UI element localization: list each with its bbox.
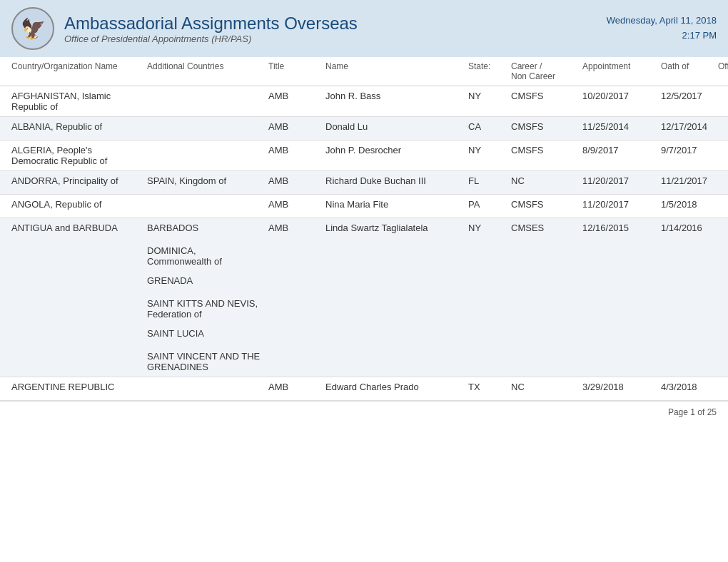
table-row: ALGERIA, People's Democratic Republic of… (0, 140, 728, 170)
table-cell: NY (468, 145, 511, 155)
col-office: Office (718, 61, 728, 81)
page-header: 🦅 Ambassadorial Assignments Overseas Off… (0, 0, 728, 57)
date-text: Wednesday, April 11, 2018 (607, 14, 717, 29)
col-country: Country/Organization Name (11, 61, 147, 81)
table-cell: 10/20/2017 (582, 91, 661, 101)
table-cell: GRENADA (147, 275, 268, 286)
row-group: ALBANIA, Republic ofAMBDonald LuCACMSFS1… (0, 117, 728, 140)
col-title: Title (268, 61, 325, 81)
row-group: AFGHANISTAN, Islamic Republic ofAMBJohn … (0, 86, 728, 117)
table-cell: Nina Maria Fite (325, 199, 468, 210)
table-body: AFGHANISTAN, Islamic Republic ofAMBJohn … (0, 86, 728, 401)
table-cell: 4/3/2018 (661, 382, 718, 392)
table-cell: 11/21/2017 (661, 175, 718, 186)
table-cell: TX (468, 382, 511, 392)
table-row: SAINT KITTS AND NEVIS, Federation of (0, 294, 728, 324)
table-row: SAINT LUCIA (0, 324, 728, 347)
table-cell: ALGERIA, People's Democratic Republic of (11, 145, 147, 166)
col-oath: Oath of (661, 61, 718, 81)
table-cell: 11/20/2017 (582, 175, 661, 186)
col-career: Career /Non Career (511, 61, 582, 81)
table-cell: AMB (268, 145, 325, 155)
table-cell: ARGENTINE REPUBLIC (11, 382, 147, 392)
table-row: ANGOLA, Republic ofAMBNina Maria FitePAC… (0, 195, 728, 218)
row-group: ANTIGUA and BARBUDABARBADOSAMBLinda Swar… (0, 218, 728, 377)
table-cell: ANTIGUA and BARBUDA (11, 223, 147, 233)
table-cell: SAINT KITTS AND NEVIS, Federation of (147, 298, 268, 320)
page-subtitle: Office of Presidential Appointments (HR/… (64, 34, 358, 44)
table-cell: 12/16/2015 (582, 223, 661, 233)
table-row: ANTIGUA and BARBUDABARBADOSAMBLinda Swar… (0, 218, 728, 241)
table-cell: AMB (268, 175, 325, 186)
table-cell: 1/14/2016 (661, 223, 718, 233)
table-cell: 12/17/2014 (661, 121, 718, 132)
table-cell: NC (511, 382, 582, 392)
table-cell: John R. Bass (325, 91, 468, 101)
col-appointment: Appointment (582, 61, 661, 81)
table-cell: 12/5/2017 (661, 91, 718, 101)
table-cell: AMB (268, 382, 325, 392)
table-cell: NC (511, 175, 582, 186)
table-cell: SAINT LUCIA (147, 328, 268, 339)
table-cell: SPAIN, Kingdom of (147, 175, 268, 186)
page-title: Ambassadorial Assignments Overseas (64, 14, 358, 34)
table-cell: ANGOLA, Republic of (11, 199, 147, 210)
col-state: State: (468, 61, 511, 81)
header-title-block: Ambassadorial Assignments Overseas Offic… (64, 14, 358, 44)
table-cell: John P. Desrocher (325, 145, 468, 155)
table-cell: CA (468, 121, 511, 132)
table-cell: CMSFS (511, 121, 582, 132)
table-cell: AMB (268, 223, 325, 233)
row-group: ANGOLA, Republic ofAMBNina Maria FitePAC… (0, 195, 728, 218)
row-group: ARGENTINE REPUBLICAMBEdward Charles Prad… (0, 377, 728, 401)
page-footer: Page 1 of 25 (0, 401, 728, 423)
time-text: 2:17 PM (607, 29, 717, 44)
table-cell: CMSFS (511, 199, 582, 210)
table-cell: CMSES (511, 223, 582, 233)
table-row: SAINT VINCENT AND THE GRENADINES (0, 347, 728, 377)
table-cell: 1/5/2018 (661, 199, 718, 210)
table-cell: Richard Duke Buchan III (325, 175, 468, 186)
table-cell: Donald Lu (325, 121, 468, 132)
table-cell: 9/7/2017 (661, 145, 718, 155)
table-row: ALBANIA, Republic ofAMBDonald LuCACMSFS1… (0, 117, 728, 140)
table-cell: FL (468, 175, 511, 186)
table-cell: CMSFS (511, 145, 582, 155)
page-info: Page 1 of 25 (668, 407, 717, 417)
table-cell: Linda Swartz Taglialatela (325, 223, 468, 233)
header-date: Wednesday, April 11, 2018 2:17 PM (607, 14, 717, 44)
seal-icon: 🦅 (11, 7, 54, 50)
table-cell: PA (468, 199, 511, 210)
table-row: ARGENTINE REPUBLICAMBEdward Charles Prad… (0, 377, 728, 400)
table-cell: 3/29/2018 (582, 382, 661, 392)
table-cell: NY (468, 91, 511, 101)
row-group: ANDORRA, Principality ofSPAIN, Kingdom o… (0, 171, 728, 195)
table-cell: AMB (268, 91, 325, 101)
table-cell: Edward Charles Prado (325, 382, 468, 392)
table-row: DOMINICA, Commonwealth of (0, 241, 728, 271)
table-cell: 11/25/2014 (582, 121, 661, 132)
row-group: ALGERIA, People's Democratic Republic of… (0, 140, 728, 171)
table-cell: AMB (268, 121, 325, 132)
table-row: GRENADA (0, 271, 728, 294)
table-cell: BARBADOS (147, 223, 268, 233)
table-cell: CMSFS (511, 91, 582, 101)
col-name: Name (325, 61, 468, 81)
table-cell: ANDORRA, Principality of (11, 175, 147, 186)
column-headers: Country/Organization Name Additional Cou… (0, 57, 728, 86)
table-cell: SAINT VINCENT AND THE GRENADINES (147, 351, 268, 372)
table-cell: AMB (268, 199, 325, 210)
table-cell: 11/20/2017 (582, 199, 661, 210)
table-cell: DOMINICA, Commonwealth of (147, 245, 268, 267)
table-cell: AFGHANISTAN, Islamic Republic of (11, 91, 147, 112)
table-cell: NY (468, 223, 511, 233)
col-additional: Additional Countries (147, 61, 268, 81)
table-cell: 8/9/2017 (582, 145, 661, 155)
table-cell: ALBANIA, Republic of (11, 121, 147, 132)
table-row: AFGHANISTAN, Islamic Republic ofAMBJohn … (0, 86, 728, 116)
table-row: ANDORRA, Principality ofSPAIN, Kingdom o… (0, 171, 728, 194)
header-left: 🦅 Ambassadorial Assignments Overseas Off… (11, 7, 358, 50)
